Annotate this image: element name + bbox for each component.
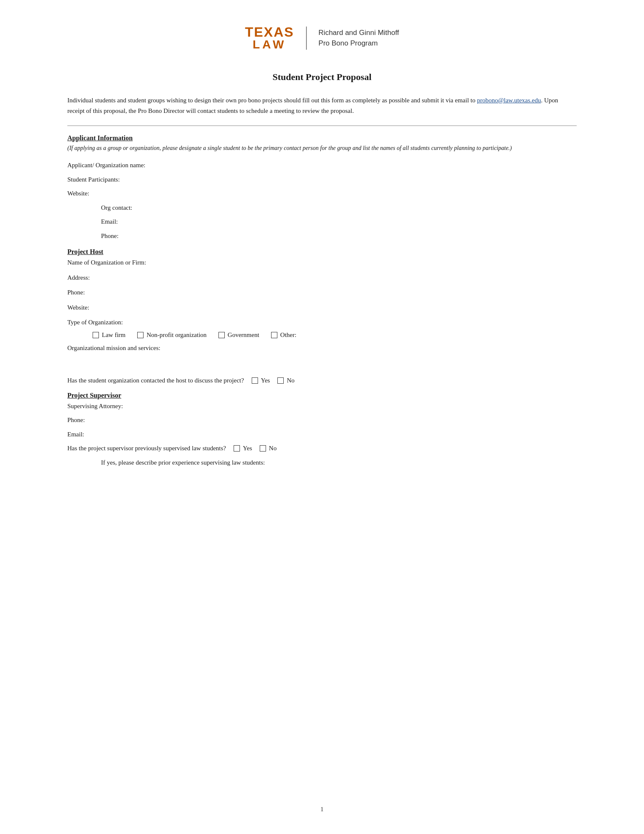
org-mission-label: Organizational mission and services: <box>67 345 577 352</box>
field-org-contact: Org contact: <box>67 203 577 214</box>
intro-text-before: Individual students and student groups w… <box>67 97 477 104</box>
contact-question-text: Has the student organization contacted t… <box>67 377 244 384</box>
org-type-checkboxes: Law firm Non-profit organization Governm… <box>93 331 577 339</box>
field-email: Email: <box>67 217 577 227</box>
checkbox-box-contact-yes[interactable] <box>252 377 258 384</box>
document-title: Student Project Proposal <box>67 72 577 83</box>
checkbox-box-other[interactable] <box>271 332 277 338</box>
field-org-name: Applicant/ Organization name: <box>67 160 577 171</box>
checkbox-box-government[interactable] <box>218 332 225 338</box>
checkbox-box-supervised-no[interactable] <box>260 445 266 452</box>
supervised-question-row: Has the project supervisor previously su… <box>67 443 577 454</box>
contact-yes-checkbox: Yes <box>252 377 270 384</box>
checkbox-box-nonprofit[interactable] <box>137 332 144 338</box>
project-supervisor-heading: Project Supervisor <box>67 392 577 399</box>
nonprofit-label: Non-profit organization <box>146 331 207 339</box>
contact-no-checkbox: No <box>277 377 294 384</box>
project-supervisor-section: Project Supervisor Supervising Attorney:… <box>67 392 577 468</box>
supervised-no-label: No <box>269 443 277 454</box>
checkbox-law-firm: Law firm <box>93 331 125 339</box>
applicant-heading: Applicant Information <box>67 134 577 142</box>
field-website: Website: <box>67 188 577 199</box>
field-host-website: Website: <box>67 302 577 313</box>
logo: TEXAS LAW <box>245 25 294 51</box>
contact-yes-label: Yes <box>261 377 270 384</box>
field-supervisor-phone: Phone: <box>67 415 577 426</box>
field-supervisor-email: Email: <box>67 429 577 440</box>
supervised-yes-checkbox: Yes <box>234 443 252 454</box>
subtitle-line2: Pro Bono Program <box>319 38 399 49</box>
other-label: Other: <box>280 331 296 339</box>
checkbox-nonprofit: Non-profit organization <box>137 331 207 339</box>
law-firm-label: Law firm <box>102 331 125 339</box>
field-type-org: Type of Organization: <box>67 317 577 328</box>
law-text: LAW <box>253 39 286 51</box>
government-label: Government <box>228 331 259 339</box>
supervised-question-text: Has the project supervisor previously su… <box>67 443 226 454</box>
applicant-subtext: (If applying as a group or organization,… <box>67 144 577 153</box>
checkbox-box-contact-no[interactable] <box>277 377 284 384</box>
field-student-participants: Student Participants: <box>67 174 577 185</box>
header-divider <box>306 27 307 50</box>
field-host-phone: Phone: <box>67 287 577 298</box>
probono-email-link[interactable]: probono@law.utexas.edu <box>477 97 541 104</box>
header: TEXAS LAW Richard and Ginni Mithoff Pro … <box>67 25 577 51</box>
field-phone: Phone: <box>67 231 577 242</box>
project-host-section: Project Host Name of Organization or Fir… <box>67 248 577 384</box>
section-divider <box>67 126 577 126</box>
applicant-section: Applicant Information (If applying as a … <box>67 134 577 242</box>
page-footer: 1 <box>0 806 644 813</box>
project-host-heading: Project Host <box>67 248 577 256</box>
header-subtitle: Richard and Ginni Mithoff Pro Bono Progr… <box>319 27 399 49</box>
intro-paragraph: Individual students and student groups w… <box>67 95 577 116</box>
subtitle-line1: Richard and Ginni Mithoff <box>319 27 399 38</box>
supervised-yes-label: Yes <box>243 443 252 454</box>
page-number: 1 <box>320 806 324 813</box>
field-org-firm-name: Name of Organization or Firm: <box>67 257 577 268</box>
checkbox-box-supervised-yes[interactable] <box>234 445 240 452</box>
if-yes-prior-experience: If yes, please describe prior experience… <box>67 457 577 468</box>
field-address: Address: <box>67 273 577 283</box>
document-page: TEXAS LAW Richard and Ginni Mithoff Pro … <box>0 0 644 834</box>
contact-host-question: Has the student organization contacted t… <box>67 377 577 384</box>
field-supervising-attorney: Supervising Attorney: <box>67 401 577 412</box>
supervised-no-checkbox: No <box>260 443 277 454</box>
checkbox-government: Government <box>218 331 259 339</box>
texas-text: TEXAS <box>245 25 294 39</box>
contact-no-label: No <box>287 377 294 384</box>
checkbox-box-law-firm[interactable] <box>93 332 99 338</box>
checkbox-other: Other: <box>271 331 296 339</box>
